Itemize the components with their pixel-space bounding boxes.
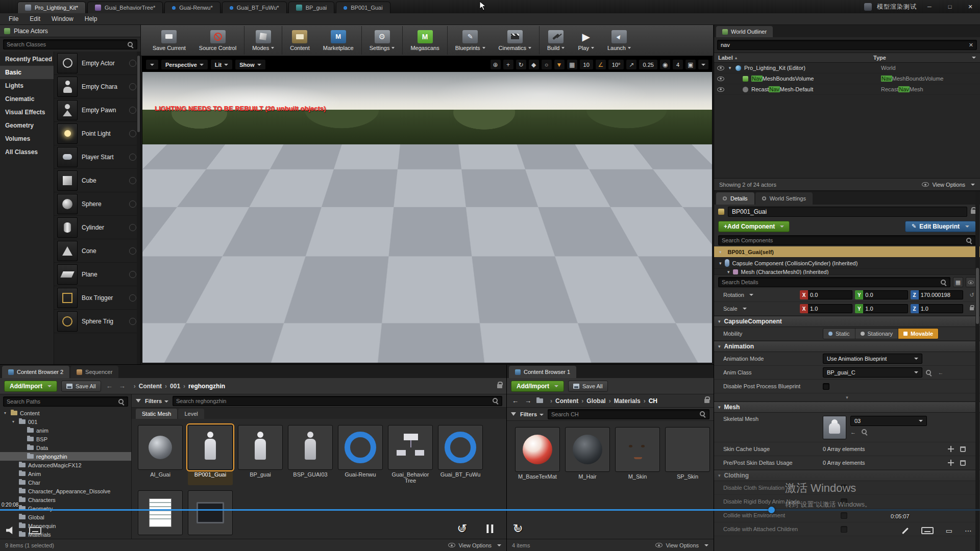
- menu-item[interactable]: File: [3, 13, 24, 25]
- forward-button[interactable]: →: [118, 382, 127, 390]
- breadcrumb-item[interactable]: Materials: [606, 397, 641, 405]
- maximize-button[interactable]: □: [942, 1, 958, 12]
- drag-handle-icon[interactable]: [129, 294, 136, 302]
- filter-funnel-icon[interactable]: [511, 412, 516, 416]
- menu-item[interactable]: Help: [79, 13, 103, 25]
- asset-tile[interactable]: M_Skin: [615, 427, 660, 481]
- type-column-header[interactable]: Type: [873, 55, 969, 61]
- rotation-snap-icon[interactable]: ∠: [595, 59, 606, 70]
- speaker-icon[interactable]: [6, 527, 15, 534]
- place-actor-item[interactable]: Cone: [54, 239, 140, 263]
- menu-item[interactable]: Edit: [24, 13, 46, 25]
- visibility-eye-icon[interactable]: [717, 77, 724, 81]
- visibility-eye-icon[interactable]: [717, 87, 724, 92]
- place-actor-item[interactable]: Empty Actor: [54, 52, 140, 75]
- clothing-section-header[interactable]: ▾Clothing: [714, 470, 980, 481]
- animation-mode-dropdown[interactable]: Use Animation Blueprint: [823, 354, 922, 364]
- place-actor-item[interactable]: Point Light: [54, 122, 140, 145]
- place-actor-item[interactable]: Cylinder: [54, 216, 140, 239]
- drag-handle-icon[interactable]: [129, 318, 136, 325]
- outliner-row[interactable]: ▾Pro_Lighting_Kit (Editor)World: [714, 63, 980, 73]
- asset-tile[interactable]: Guai_BT_FuWu: [438, 425, 483, 485]
- world-space-icon[interactable]: ○: [541, 59, 552, 70]
- pencil-icon[interactable]: [902, 528, 909, 534]
- outliner-search-input[interactable]: nav ✕: [717, 40, 977, 50]
- toolbar-button[interactable]: Modes: [246, 26, 282, 55]
- search-details-input[interactable]: Search Details: [718, 277, 950, 287]
- move-tool-icon[interactable]: +: [503, 59, 514, 70]
- toolbar-button[interactable]: Save Current: [146, 26, 192, 55]
- column-options-icon[interactable]: [972, 57, 976, 59]
- outliner-row[interactable]: RecastNavMesh-DefaultRecastNavMesh: [714, 84, 980, 95]
- breadcrumb-item[interactable]: reghongzhin: [180, 383, 225, 390]
- add-component-button[interactable]: +Add Component: [718, 221, 790, 232]
- asset-tile-partial[interactable]: [138, 490, 183, 535]
- folder-tree-item[interactable]: ▾ BSP: [0, 435, 131, 443]
- toolbar-button[interactable]: Blueprints: [449, 26, 492, 55]
- pause-button[interactable]: [487, 524, 494, 533]
- asset-tile[interactable]: Guai-Renwu: [338, 425, 383, 485]
- video-progress-handle[interactable]: [768, 507, 775, 513]
- details-tab[interactable]: World Settings: [755, 192, 813, 205]
- asset-tile[interactable]: BP_guai: [238, 425, 283, 485]
- folder-tree-item[interactable]: ▾ Characters: [0, 495, 131, 504]
- asset-tile[interactable]: M_Hair: [565, 427, 610, 481]
- drag-handle-icon[interactable]: [129, 271, 136, 278]
- skeletal-mesh-thumbnail[interactable]: [823, 416, 846, 439]
- toolbar-button[interactable]: Play: [571, 26, 600, 55]
- rotation-z-field[interactable]: 170.000198: [919, 290, 963, 299]
- mobility-option[interactable]: Static: [823, 329, 855, 339]
- forward-30-button[interactable]: ↻30: [513, 522, 523, 535]
- folder-tree-item[interactable]: ▾ 001: [0, 417, 131, 426]
- place-actor-item[interactable]: Player Start: [54, 145, 140, 169]
- place-actor-item[interactable]: Sphere: [54, 192, 140, 216]
- rewind-10-button[interactable]: ↺10: [457, 522, 467, 535]
- place-actors-category[interactable]: Geometry: [0, 119, 54, 132]
- drag-handle-icon[interactable]: [129, 130, 136, 137]
- selected-character-mesh[interactable]: [327, 143, 480, 312]
- window-tab[interactable]: Guai_BehaviorTree*: [87, 2, 163, 13]
- skeletal-mesh-dropdown[interactable]: 03: [850, 416, 927, 426]
- toolbar-button[interactable]: Marketplace: [316, 26, 362, 55]
- rotation-x-field[interactable]: 0.0: [808, 290, 852, 299]
- label-column-header[interactable]: Label: [718, 55, 733, 61]
- screenshot-icon[interactable]: ▭: [946, 527, 952, 535]
- search-paths-input[interactable]: Search Paths: [3, 396, 128, 407]
- mesh-section-header[interactable]: ▾Mesh: [714, 402, 980, 413]
- folder-tree-item[interactable]: ▾ Anim: [0, 469, 131, 478]
- video-progress-bar[interactable]: [0, 509, 980, 511]
- scale-tool-icon[interactable]: ◆: [528, 59, 540, 70]
- toolbar-button[interactable]: Settings: [363, 26, 403, 55]
- asset-tile[interactable]: BP001_Guai: [188, 425, 233, 485]
- toolbar-button[interactable]: Content: [283, 26, 316, 55]
- show-flags-button[interactable]: Show: [235, 59, 265, 70]
- filter-funnel-icon[interactable]: [136, 399, 141, 403]
- toolbar-button[interactable]: Build: [541, 26, 571, 55]
- toolbar-button[interactable]: Launch: [601, 26, 638, 55]
- search-classes-input[interactable]: Search Classes: [3, 39, 137, 49]
- drag-handle-icon[interactable]: [129, 154, 136, 161]
- folder-tree-item[interactable]: ▾ Char: [0, 478, 131, 487]
- folder-tree-item[interactable]: ▾ anim: [0, 426, 131, 435]
- place-actor-item[interactable]: Empty Chara: [54, 75, 140, 98]
- lock-browser-icon[interactable]: [497, 384, 502, 388]
- clothing-checkbox[interactable]: [841, 485, 847, 491]
- scale-z-field[interactable]: 1.0: [919, 304, 963, 313]
- drag-handle-icon[interactable]: [129, 107, 136, 114]
- clothing-checkbox[interactable]: [841, 512, 847, 519]
- browse-to-asset-icon[interactable]: [861, 429, 868, 435]
- place-actors-category[interactable]: Visual Effects: [0, 106, 54, 119]
- asset-tile[interactable]: M_BaseTexMat: [515, 427, 560, 481]
- drag-handle-icon[interactable]: [129, 224, 136, 231]
- minimize-button[interactable]: ─: [922, 1, 937, 12]
- component-row[interactable]: ▾ Mesh (CharacterMesh0) (Inherited): [714, 269, 980, 275]
- viewport-layout-icon[interactable]: [698, 59, 709, 70]
- place-actors-category[interactable]: Volumes: [0, 132, 54, 145]
- place-actors-category[interactable]: Recently Placed: [0, 53, 54, 66]
- asset-view-tab[interactable]: Level: [178, 409, 204, 419]
- scale-y-field[interactable]: 1.0: [863, 304, 908, 313]
- place-actor-item[interactable]: Plane: [54, 263, 140, 286]
- place-actors-scrollbar[interactable]: [137, 52, 140, 364]
- scale-snap-icon[interactable]: ↗: [626, 59, 637, 70]
- folder-tree-item[interactable]: ▾ Geometry: [0, 504, 131, 513]
